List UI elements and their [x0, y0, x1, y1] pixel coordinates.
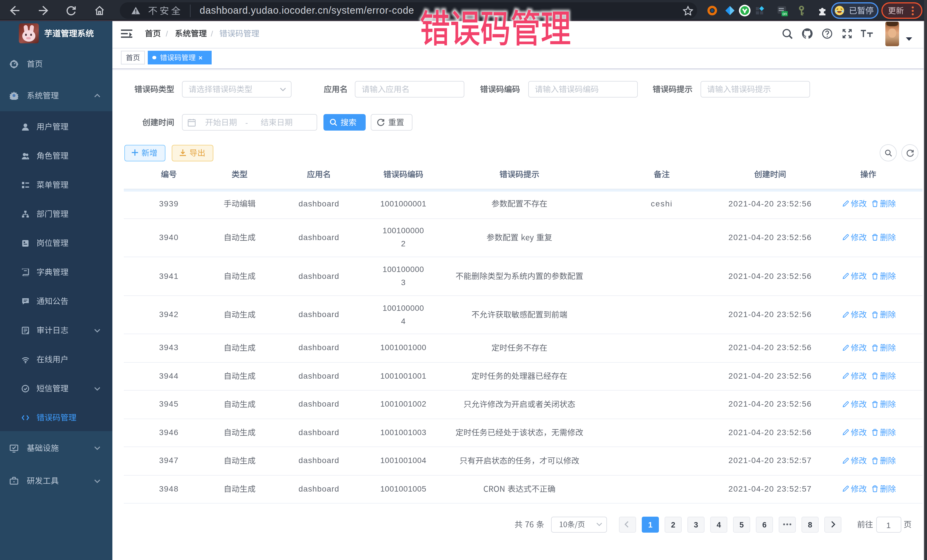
svg-text:on: on: [783, 11, 787, 16]
